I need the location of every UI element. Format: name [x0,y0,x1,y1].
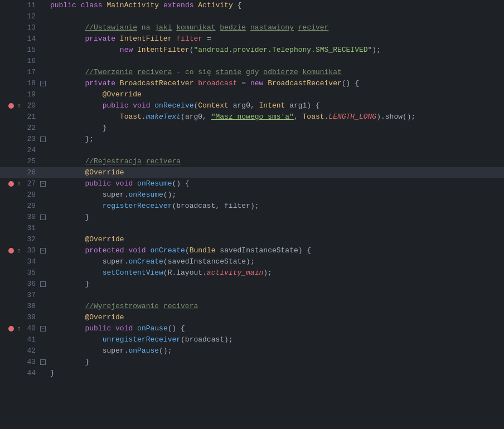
token: //Wyrejestrowanie [85,301,159,312]
code-line: ↑40− public void onPause() { [0,323,504,334]
token: class [81,0,103,11]
line-number: 16 [23,56,36,67]
token: komunikat [303,67,342,78]
token: onCreate [128,256,163,267]
breakpoint-icon [8,181,14,187]
token: private [85,78,115,89]
code-content [48,223,504,234]
token: @Override [103,89,142,100]
token: unregisterReceiver [103,334,181,345]
token: public [50,0,76,11]
token: LENGTH_LONG [328,111,376,123]
code-line: 30− } [0,212,504,223]
line-number: 36 [23,279,36,290]
line-number: 34 [23,256,36,267]
token: new [120,45,133,56]
code-content: new IntentFilter("android.provider.Telep… [48,45,504,56]
line-number: 23 [23,134,36,145]
token [193,78,198,89]
line-number: 22 [23,123,36,134]
code-line: 23− }; [0,134,504,145]
line-number: 40 [23,323,36,334]
arrow-icon: ↑ [17,245,21,256]
code-line: 42 super.onPause(); [0,345,504,357]
fold-icon[interactable]: − [40,136,46,142]
token: () { [168,323,185,334]
line-number: 12 [23,11,36,22]
token: Activity [198,0,232,11]
token: (); [159,345,172,357]
token: private [85,33,115,45]
token: (savedInstanceState); [163,256,255,267]
token: (R.layout. [163,267,207,279]
token: na [137,22,154,33]
token: bedzie [220,22,246,33]
token: stanie [216,67,242,78]
code-content: @Override [48,312,504,323]
token: gdy [241,67,263,78]
token [159,301,163,312]
code-line: ↑20 public void onReceive(Context arg0, … [0,100,504,111]
code-content: //Wyrejestrowanie recivera [48,301,504,312]
token [150,100,154,111]
token: reciver [298,22,329,33]
token: //Rejestracja [85,156,141,167]
token: registerReceiver [103,201,172,212]
token: MainActivity [106,0,159,11]
token: void [133,100,150,111]
line-number: 35 [23,267,36,279]
token: public [85,178,111,189]
token: IntentFilter [120,33,172,45]
code-content: registerReceiver(broadcast, filter); [48,201,504,212]
token [146,245,151,256]
code-content: @Override [48,234,504,245]
code-line: 17 //Tworzenie recivera - co się stanie … [0,67,504,78]
token: = [202,33,211,45]
fold-icon[interactable]: − [40,359,46,365]
fold-icon[interactable]: − [40,181,46,187]
code-line: 14 private IntentFilter filter = [0,33,504,45]
token: super. [103,189,129,201]
code-content: super.onCreate(savedInstanceState); [48,256,504,267]
code-line: 43− } [0,357,504,368]
token: Toast [303,111,324,123]
code-content: public class MainActivity extends Activi… [48,0,504,11]
token: recivera [163,301,198,312]
fold-icon[interactable]: − [40,81,46,86]
line-number: 13 [23,22,36,33]
line-number: 38 [23,301,36,312]
code-content: @Override [48,89,504,100]
line-number: 28 [23,189,36,201]
fold-icon[interactable]: − [40,214,46,220]
code-content: } [48,279,504,290]
token [103,0,107,11]
breakpoint-icon [8,103,14,109]
code-line: 19 @Override [0,89,504,100]
token: ); [263,267,272,279]
fold-icon[interactable]: − [40,248,46,254]
token: jaki [154,22,172,33]
fold-icon[interactable]: − [40,326,46,332]
token: Bundle [190,245,216,256]
code-line: 31 [0,223,504,234]
fold-icon[interactable]: − [40,281,46,287]
code-content: setContentView(R.layout.activity_main); [48,267,504,279]
token: . [324,111,329,123]
code-line: 32 @Override [0,234,504,245]
token: nastawiony [250,22,294,33]
line-number: 24 [23,145,36,156]
breakpoint-icon [8,248,14,254]
line-number: 21 [23,111,36,123]
token: ( [194,100,198,111]
token: komunikat [176,22,215,33]
token: onCreate [150,245,185,256]
token: public [85,323,111,334]
token: super. [103,345,129,357]
token: void [128,245,146,256]
arrow-icon: ↑ [17,178,21,189]
code-line: 26 @Override [0,167,504,178]
token: Context [198,100,229,111]
code-line: 35 setContentView(R.layout.activity_main… [0,267,504,279]
token: super. [103,256,129,267]
token [159,0,163,11]
